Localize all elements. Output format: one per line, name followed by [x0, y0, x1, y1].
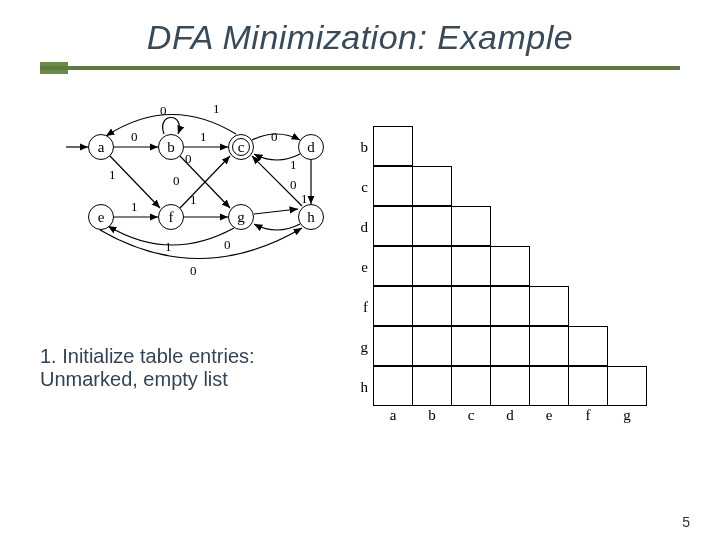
table-cell — [412, 206, 452, 246]
table-cell — [373, 166, 413, 206]
table-cell — [373, 206, 413, 246]
table-col-label: b — [412, 407, 452, 424]
table-cell — [529, 286, 569, 326]
dfa-node-g: g — [228, 204, 254, 230]
dfa-edge-label: 1 — [290, 157, 297, 173]
dfa-edge-label: 0 — [160, 103, 167, 119]
table-cell — [373, 366, 413, 406]
dfa-edge-label: 1 — [109, 167, 116, 183]
dfa-edge-label: 0 — [173, 173, 180, 189]
table-cell — [568, 366, 608, 406]
table-cell — [373, 246, 413, 286]
page-number: 5 — [682, 514, 690, 530]
dfa-edge-label: 1 — [190, 192, 197, 208]
table-row-label: e — [352, 247, 374, 287]
dfa-edge-label: 1 — [200, 129, 207, 145]
table-cell — [373, 326, 413, 366]
table-row: c — [352, 167, 647, 207]
table-row: b — [352, 127, 647, 167]
table-row: f — [352, 287, 647, 327]
table-cell — [451, 366, 491, 406]
dfa-diagram: abcdefgh0101011010110010 — [30, 88, 360, 308]
dfa-edge-label: 0 — [185, 151, 192, 167]
table-col-label: d — [490, 407, 530, 424]
table-col-label: e — [529, 407, 569, 424]
table-cell — [529, 326, 569, 366]
table-cell — [529, 366, 569, 406]
table-row-label: g — [352, 327, 374, 367]
dfa-edge-label: 0 — [290, 177, 297, 193]
table-row: h — [352, 367, 647, 407]
title-underline — [40, 66, 680, 70]
dfa-node-h: h — [298, 204, 324, 230]
table-col-label: a — [373, 407, 413, 424]
svg-line-9 — [254, 209, 298, 214]
table-row-label: d — [352, 207, 374, 247]
dfa-node-c: c — [228, 134, 254, 160]
dfa-edge-label: 0 — [224, 237, 231, 253]
table-cell — [412, 166, 452, 206]
slide-title-bar: DFA Minimization: Example — [40, 18, 680, 57]
table-cell — [451, 326, 491, 366]
table-row: d — [352, 207, 647, 247]
table-row: e — [352, 247, 647, 287]
dfa-edge-label: 1 — [165, 239, 172, 255]
table-cell — [490, 366, 530, 406]
distinguish-table: bcdefghabcdefg — [352, 127, 647, 429]
dfa-edge-label: 1 — [301, 191, 308, 207]
table-cell — [490, 246, 530, 286]
table-row-label: b — [352, 127, 374, 167]
table-cell — [412, 286, 452, 326]
table-cell — [607, 366, 647, 406]
table-cell — [451, 286, 491, 326]
dfa-node-f: f — [158, 204, 184, 230]
table-cell — [373, 286, 413, 326]
table-cell — [490, 326, 530, 366]
table-cell — [451, 206, 491, 246]
table-col-label: g — [607, 407, 647, 424]
dfa-edge-label: 0 — [131, 129, 138, 145]
table-col-label: c — [451, 407, 491, 424]
dfa-node-d: d — [298, 134, 324, 160]
dfa-node-b: b — [158, 134, 184, 160]
table-cell — [373, 126, 413, 166]
dfa-edge-label: 1 — [131, 199, 138, 215]
table-cell — [412, 246, 452, 286]
table-row-label: f — [352, 287, 374, 327]
dfa-node-e: e — [88, 204, 114, 230]
slide-title: DFA Minimization: Example — [40, 18, 680, 57]
dfa-node-a: a — [88, 134, 114, 160]
table-col-labels: abcdefg — [352, 407, 647, 429]
table-cell — [490, 286, 530, 326]
table-row-label: h — [352, 367, 374, 407]
table-cell — [412, 366, 452, 406]
table-row-label: c — [352, 167, 374, 207]
table-row: g — [352, 327, 647, 367]
table-cell — [451, 246, 491, 286]
step-text: 1. Initialize table entries: Unmarked, e… — [40, 345, 340, 391]
table-col-label: f — [568, 407, 608, 424]
table-cell — [568, 326, 608, 366]
dfa-edge-label: 0 — [190, 263, 197, 279]
dfa-edge-label: 0 — [271, 129, 278, 145]
table-cell — [412, 326, 452, 366]
dfa-edge-label: 1 — [213, 101, 220, 117]
